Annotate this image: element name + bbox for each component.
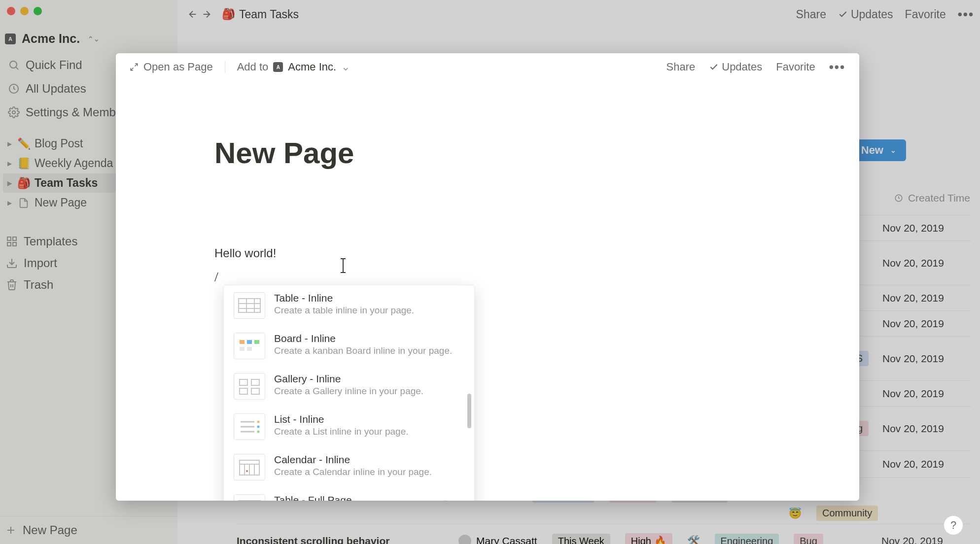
slash-item-title: Calendar - Inline (274, 454, 432, 466)
svg-rect-16 (239, 299, 260, 312)
page-title[interactable]: New Page (214, 136, 354, 170)
open-as-page-button[interactable]: Open as Page (130, 61, 213, 73)
slash-command-menu: Table - Inline Create a table inline in … (223, 285, 475, 501)
svg-rect-22 (247, 340, 252, 344)
slash-item-calendar-inline[interactable]: Calendar - Inline Create a Calendar inli… (224, 447, 474, 487)
slash-item-table-inline[interactable]: Table - Inline Create a table inline in … (224, 285, 474, 326)
svg-point-31 (257, 421, 260, 423)
slash-item-title: List - Inline (274, 413, 409, 425)
slash-item-table-fullpage[interactable]: Table - Full Page (224, 487, 474, 501)
add-to-workspace-name: Acme Inc. (288, 61, 336, 73)
slash-item-subtitle: Create a List inline in your page. (274, 426, 409, 437)
slash-item-title: Table - Inline (274, 292, 414, 304)
svg-line-15 (131, 68, 133, 70)
svg-rect-26 (240, 379, 247, 385)
slash-item-subtitle: Create a Calendar inline in your page. (274, 467, 432, 477)
add-to-prefix: Add to (237, 61, 269, 73)
thumb-board-icon (234, 333, 265, 359)
svg-rect-24 (240, 347, 245, 351)
modal-share-button[interactable]: Share (666, 61, 696, 73)
text-cursor-icon (343, 259, 344, 272)
scrollbar-thumb[interactable] (467, 394, 471, 428)
svg-point-33 (257, 426, 260, 428)
modal-more-button[interactable]: ••• (829, 60, 845, 75)
slash-item-subtitle: Create a table inline in your page. (274, 305, 414, 316)
slash-item-title: Gallery - Inline (274, 373, 423, 385)
modal-favorite-button[interactable]: Favorite (776, 61, 815, 73)
svg-point-41 (246, 470, 248, 472)
chevron-down-icon: ⌄ (341, 61, 350, 73)
svg-point-35 (257, 431, 260, 433)
open-as-page-label: Open as Page (143, 61, 213, 73)
check-icon (709, 62, 719, 72)
page-modal: Open as Page Add to A Acme Inc. ⌄ Share … (116, 53, 859, 501)
svg-rect-25 (247, 347, 252, 351)
thumb-gallery-icon (234, 373, 265, 400)
slash-item-subtitle: Create a Gallery inline in your page. (274, 386, 423, 397)
svg-rect-21 (240, 340, 245, 344)
svg-line-14 (135, 64, 138, 66)
slash-item-board-inline[interactable]: Board - Inline Create a kanban Board inl… (224, 326, 474, 366)
expand-icon (130, 63, 139, 71)
svg-rect-28 (240, 388, 247, 394)
editor-slash-input[interactable]: / (214, 269, 218, 285)
slash-item-subtitle: Create a kanban Board inline in your pag… (274, 345, 452, 356)
add-to-selector[interactable]: Add to A Acme Inc. ⌄ (237, 61, 350, 73)
slash-item-list-inline[interactable]: List - Inline Create a List inline in yo… (224, 407, 474, 447)
thumb-table-icon (234, 494, 265, 501)
svg-rect-23 (254, 340, 259, 344)
svg-rect-27 (251, 379, 259, 385)
modal-toolbar: Open as Page Add to A Acme Inc. ⌄ Share … (116, 53, 859, 81)
svg-rect-29 (251, 388, 259, 394)
editor-text-line[interactable]: Hello world! (214, 246, 276, 260)
thumb-calendar-icon (234, 454, 265, 480)
slash-item-gallery-inline[interactable]: Gallery - Inline Create a Gallery inline… (224, 366, 474, 407)
help-label: ? (950, 519, 956, 532)
thumb-table-icon (234, 292, 265, 319)
help-button[interactable]: ? (944, 515, 963, 535)
thumb-list-icon (234, 413, 265, 440)
slash-item-title: Board - Inline (274, 333, 452, 344)
slash-item-title: Table - Full Page (274, 494, 352, 501)
divider (225, 61, 225, 73)
modal-updates-button[interactable]: Updates (709, 61, 762, 73)
workspace-icon: A (273, 62, 283, 72)
modal-updates-label: Updates (722, 61, 762, 73)
